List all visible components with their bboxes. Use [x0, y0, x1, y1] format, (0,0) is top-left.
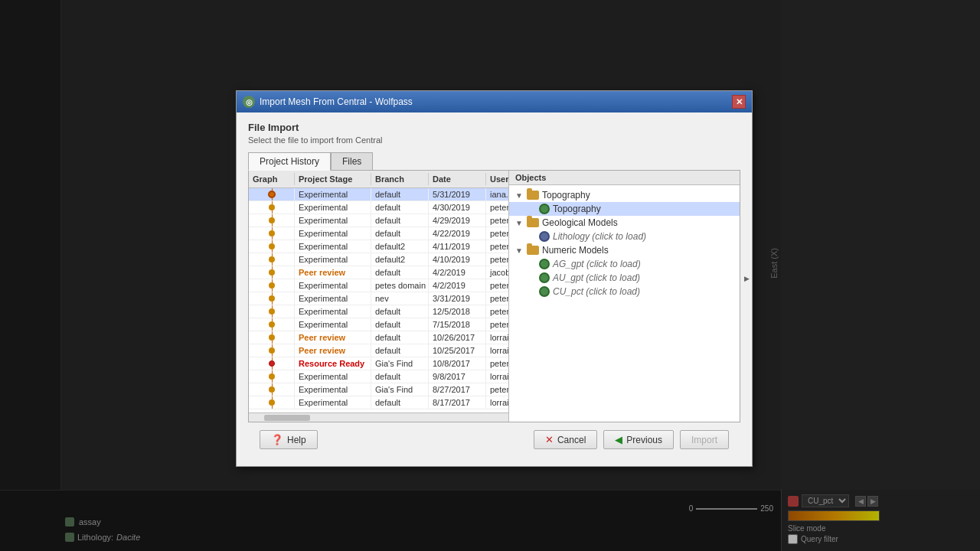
- table-header: Graph Project Stage Branch Date User: [249, 171, 508, 188]
- tab-files[interactable]: Files: [331, 152, 373, 170]
- cancel-button[interactable]: ✕ Cancel: [534, 430, 597, 449]
- table-row[interactable]: Experimental default 8/17/2017 lorraine.…: [249, 396, 508, 409]
- expand-geological[interactable]: ▼: [514, 217, 524, 228]
- expand-spacer2: [526, 231, 537, 242]
- graph-cell: [249, 318, 295, 331]
- table-row[interactable]: Experimental default 12/5/2018 peter.joy…: [249, 305, 508, 318]
- file-icon-lithology: [539, 231, 550, 242]
- expand-spacer: [526, 204, 537, 214]
- folder-icon-geological: [527, 218, 539, 227]
- graph-cell: [249, 344, 295, 357]
- table-row[interactable]: Experimental default 4/29/2019 peter.joy…: [249, 214, 508, 227]
- cancel-icon: ✕: [545, 434, 554, 445]
- graph-cell: [249, 266, 295, 279]
- tree-item-topography[interactable]: Topography: [509, 202, 740, 216]
- lithology-item-label: Lithology (click to load): [553, 231, 646, 242]
- objects-tree: ▼ Topography Topography ▼ Geolog: [509, 185, 740, 422]
- help-button[interactable]: ❓ Help: [260, 430, 318, 449]
- file-icon-topography: [539, 204, 550, 214]
- table-row[interactable]: Experimental nev 3/31/2019 peter.joyn: [249, 292, 508, 305]
- dialog-titlebar: ◎ Import Mesh From Central - Wolfpass ✕: [237, 91, 752, 112]
- geological-folder-label: Geological Models: [542, 217, 618, 228]
- file-icon-ag-gpt: [539, 259, 550, 269]
- tree-item-au-gpt[interactable]: AU_gpt (click to load): [509, 271, 740, 285]
- expand-topography[interactable]: ▼: [514, 190, 524, 201]
- graph-cell: [249, 279, 295, 292]
- graph-cell: [249, 201, 295, 214]
- objects-header: Objects: [509, 171, 740, 185]
- tree-item-cu-pct[interactable]: CU_pct (click to load): [509, 285, 740, 298]
- table-row[interactable]: Experimental default 7/15/2018 peter.joy…: [249, 318, 508, 331]
- graph-cell: [249, 357, 295, 370]
- ag-gpt-label: AG_gpt (click to load): [553, 259, 641, 269]
- footer-left: ❓ Help: [260, 430, 318, 449]
- horizontal-scrollbar[interactable]: ▶: [249, 412, 508, 422]
- graph-cell: [249, 292, 295, 305]
- expand-numeric[interactable]: ▼: [514, 245, 524, 256]
- graph-cell: [249, 240, 295, 253]
- h-scroll-thumb[interactable]: [264, 415, 310, 421]
- numeric-folder-label: Numeric Models: [542, 245, 609, 256]
- table-row[interactable]: Experimental default 9/8/2017 lorraine.t…: [249, 370, 508, 383]
- previous-button[interactable]: ◀ Previous: [603, 430, 674, 449]
- previous-icon: ◀: [615, 434, 622, 445]
- graph-cell: [249, 383, 295, 396]
- graph-cell: [249, 227, 295, 240]
- table-row[interactable]: Peer review default 4/2/2019 jacob.dela: [249, 266, 508, 279]
- footer-right: ✕ Cancel ◀ Previous Import: [534, 430, 729, 449]
- table-row[interactable]: Resource Ready Gia's Find 10/8/2017 pete…: [249, 357, 508, 370]
- expand-spacer4: [526, 272, 537, 283]
- tab-project-history[interactable]: Project History: [248, 152, 331, 171]
- col-user: User: [486, 173, 509, 185]
- tree-item-lithology[interactable]: Lithology (click to load): [509, 230, 740, 243]
- col-date: Date: [429, 173, 486, 185]
- col-branch: Branch: [371, 173, 429, 185]
- stage-cell: Experimental: [295, 188, 371, 201]
- file-icon-cu-pct: [539, 286, 550, 297]
- graph-cell: [249, 214, 295, 227]
- dialog-content: Graph Project Stage Branch Date User Exp…: [248, 170, 740, 422]
- file-import-label: File Import: [248, 122, 740, 133]
- folder-icon-topography: [527, 191, 539, 200]
- table-row[interactable]: Experimental default 5/31/2019 iana.stra…: [249, 188, 508, 201]
- tree-item-geological-folder[interactable]: ▼ Geological Models: [509, 216, 740, 230]
- graph-cell: [249, 370, 295, 383]
- table-row[interactable]: Experimental Gia's Find 8/27/2017 peter.…: [249, 383, 508, 396]
- import-button[interactable]: Import: [680, 430, 729, 449]
- help-icon: ❓: [271, 434, 283, 445]
- table-row[interactable]: Experimental default2 4/11/2019 peter.jo…: [249, 240, 508, 253]
- table-row[interactable]: Experimental default 4/30/2019 peter.joy…: [249, 201, 508, 214]
- dialog-body: File Import Select the file to import fr…: [237, 112, 752, 466]
- graph-cell: [249, 331, 295, 344]
- col-stage: Project Stage: [295, 173, 371, 185]
- col-graph: Graph: [249, 173, 295, 185]
- cu-pct-label: CU_pct (click to load): [553, 286, 640, 297]
- graph-cell: [249, 253, 295, 266]
- file-import-sub: Select the file to import from Central: [248, 135, 740, 145]
- table-row[interactable]: Peer review default 10/26/2017 lorraine.…: [249, 331, 508, 344]
- topography-folder-label: Topography: [542, 190, 590, 201]
- tree-item-numeric-folder[interactable]: ▼ Numeric Models: [509, 243, 740, 257]
- user-cell: iana.strato: [486, 188, 508, 201]
- table-row[interactable]: Peer review default 10/25/2017 lorraine.…: [249, 344, 508, 357]
- graph-cell: [249, 188, 295, 201]
- objects-panel: Objects ▼ Topography Topography: [509, 171, 740, 422]
- expand-spacer3: [526, 259, 537, 269]
- dialog-app-icon: ◎: [243, 96, 255, 108]
- tree-item-topography-folder[interactable]: ▼ Topography: [509, 188, 740, 202]
- table-row[interactable]: Experimental default2 4/10/2019 peter.jo…: [249, 253, 508, 266]
- table-row[interactable]: Experimental petes domain 4/2/2019 peter…: [249, 279, 508, 292]
- folder-icon-numeric: [527, 246, 539, 255]
- table-body: Experimental default 5/31/2019 iana.stra…: [249, 188, 508, 412]
- au-gpt-label: AU_gpt (click to load): [553, 272, 640, 283]
- dialog-title: Import Mesh From Central - Wolfpass: [260, 96, 413, 107]
- table-row[interactable]: Experimental default 4/22/2019 peter.joy…: [249, 227, 508, 240]
- titlebar-left: ◎ Import Mesh From Central - Wolfpass: [243, 96, 413, 108]
- tree-item-ag-gpt[interactable]: AG_gpt (click to load): [509, 257, 740, 271]
- file-icon-au-gpt: [539, 272, 550, 283]
- date-cell: 5/31/2019: [429, 188, 486, 201]
- graph-cell: [249, 305, 295, 318]
- tabs-container: Project History Files: [248, 152, 740, 170]
- graph-cell: [249, 396, 295, 409]
- dialog-footer: ❓ Help ✕ Cancel ◀ Previous Import: [248, 422, 740, 457]
